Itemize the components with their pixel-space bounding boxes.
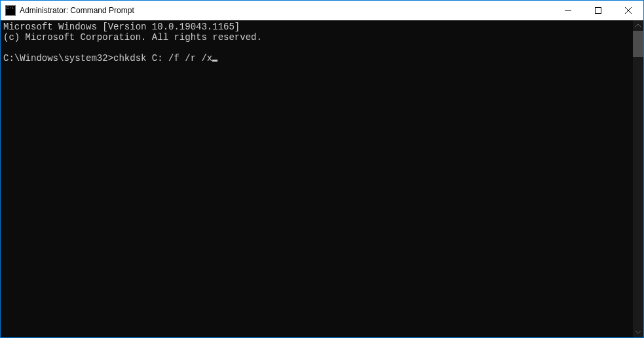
svg-rect-1 [596,8,601,14]
close-icon [625,7,632,14]
scroll-down-button[interactable] [633,327,643,337]
close-button[interactable] [613,1,643,20]
scroll-track[interactable] [633,31,643,327]
minimize-button[interactable] [553,1,583,20]
prompt-line: C:\Windows\system32>chkdsk C: /f /r /x [3,53,218,64]
scroll-up-button[interactable] [633,20,643,31]
maximize-icon [595,7,601,14]
command-prompt-window: Administrator: Command Prompt Microsoft … [0,0,644,338]
window-title: Administrator: Command Prompt [20,6,553,15]
terminal-output[interactable]: Microsoft Windows [Version 10.0.19043.11… [1,20,633,337]
cmd-icon [5,5,16,16]
scroll-thumb[interactable] [633,31,643,57]
cursor [212,60,218,62]
prompt-path: C:\Windows\system32> [3,53,113,64]
content-area: Microsoft Windows [Version 10.0.19043.11… [1,20,643,337]
vertical-scrollbar[interactable] [633,20,643,337]
maximize-button[interactable] [583,1,613,20]
version-line: Microsoft Windows [Version 10.0.19043.11… [3,22,240,32]
copyright-line: (c) Microsoft Corporation. All rights re… [3,32,262,43]
chevron-up-icon [635,23,641,28]
window-controls [553,1,643,20]
typed-command: chkdsk C: /f /r /x [113,53,212,64]
title-bar[interactable]: Administrator: Command Prompt [1,1,643,20]
minimize-icon [565,7,571,14]
chevron-down-icon [635,329,641,335]
